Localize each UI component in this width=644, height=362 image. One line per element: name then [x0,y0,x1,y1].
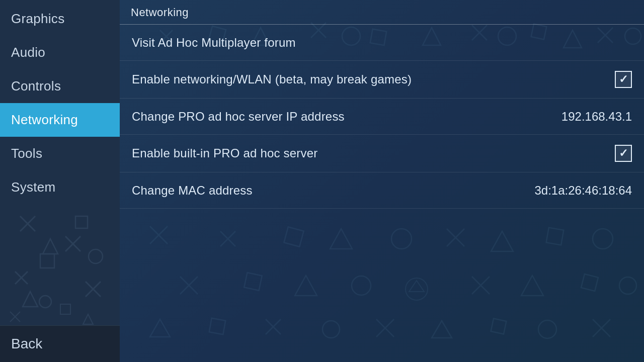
setting-label-change-pro-ip: Change PRO ad hoc server IP address [132,110,345,124]
setting-row-change-pro-ip[interactable]: Change PRO ad hoc server IP address 192.… [120,99,644,135]
enable-pro-server-checkbox[interactable] [615,145,632,162]
sidebar-item-system[interactable]: System [0,170,120,204]
setting-row-visit-adhoc[interactable]: Visit Ad Hoc Multiplayer forum [120,25,644,61]
setting-label-enable-networking: Enable networking/WLAN (beta, may break … [132,72,412,86]
settings-list: Visit Ad Hoc Multiplayer forum Enable ne… [120,25,644,362]
section-title: Networking [131,6,189,19]
setting-row-enable-networking[interactable]: Enable networking/WLAN (beta, may break … [120,61,644,99]
setting-value-mac: 3d:1a:26:46:18:64 [534,184,632,198]
setting-value-pro-ip: 192.168.43.1 [561,110,632,124]
back-button[interactable]: Back [0,325,120,362]
enable-networking-checkbox[interactable] [615,71,632,88]
sidebar-item-tools[interactable]: Tools [0,137,120,170]
sidebar-item-audio[interactable]: Audio [0,36,120,69]
sidebar-item-graphics[interactable]: Graphics [0,2,120,36]
main-content: Networking Visit Ad Hoc Multiplayer foru… [120,0,644,362]
sidebar: Graphics Audio Controls Networking Tools… [0,0,120,362]
setting-label-visit-adhoc: Visit Ad Hoc Multiplayer forum [132,36,296,50]
setting-row-change-mac[interactable]: Change MAC address 3d:1a:26:46:18:64 [120,172,644,209]
setting-label-change-mac: Change MAC address [132,184,253,198]
sidebar-nav: Graphics Audio Controls Networking Tools… [0,0,120,325]
sidebar-item-networking[interactable]: Networking [0,103,120,137]
setting-row-enable-pro-server[interactable]: Enable built-in PRO ad hoc server [120,135,644,172]
setting-label-enable-pro-server: Enable built-in PRO ad hoc server [132,146,317,160]
section-header: Networking [120,0,644,25]
sidebar-item-controls[interactable]: Controls [0,69,120,103]
